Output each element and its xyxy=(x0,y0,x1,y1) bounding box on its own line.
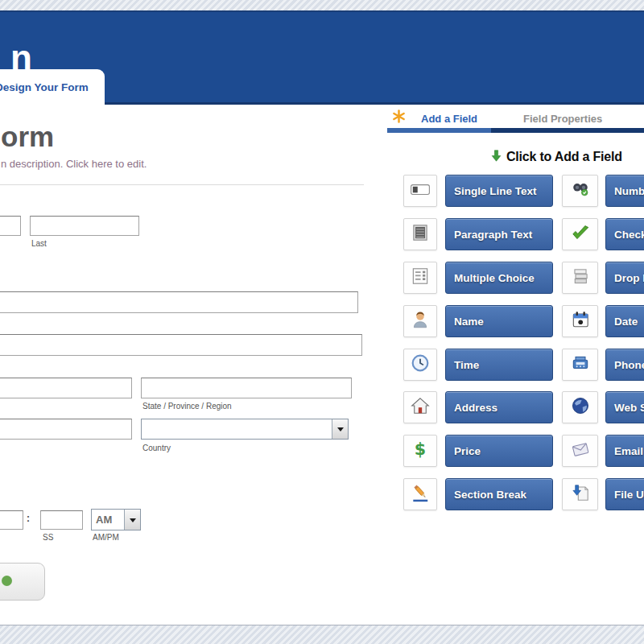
name-icon-box xyxy=(403,305,437,337)
add-field-button-file-upload[interactable]: File Upload xyxy=(605,478,644,510)
price-icon-box: $ xyxy=(403,435,437,467)
add-field-button-label: Web Site xyxy=(614,402,644,414)
address-icon xyxy=(410,395,431,419)
svg-text:$: $ xyxy=(415,440,426,459)
add-field-heading: Click to Add a Field xyxy=(506,150,622,164)
city-input[interactable] xyxy=(0,378,132,398)
phone-icon-box xyxy=(562,349,598,381)
add-field-button-drop-down[interactable]: Drop Down xyxy=(605,262,644,294)
form-divider xyxy=(0,184,364,185)
add-field-button-label: Price xyxy=(454,445,481,457)
time-colon: : xyxy=(27,513,30,524)
zip-input[interactable] xyxy=(0,419,132,440)
green-down-arrow-icon xyxy=(489,147,503,168)
add-field-button-label: Number xyxy=(614,185,644,197)
section-break-icon xyxy=(410,482,431,506)
number-icon xyxy=(570,179,591,203)
add-field-button-email[interactable]: Email xyxy=(605,435,644,467)
add-field-button-label: Drop Down xyxy=(614,272,644,284)
add-field-button-address[interactable]: Address xyxy=(445,391,553,423)
web-site-icon-box xyxy=(562,391,598,423)
section-break-icon-box xyxy=(403,478,437,510)
form-title[interactable]: orm xyxy=(1,121,54,153)
email-icon xyxy=(570,439,591,463)
add-field-button-paragraph-text[interactable]: Paragraph Text xyxy=(445,218,553,250)
single-line-text-icon-box xyxy=(403,175,437,207)
multiple-choice-icon-box xyxy=(403,262,437,294)
form-description-edit-link[interactable]: n description. Click here to edit. xyxy=(1,158,147,170)
last-name-input[interactable] xyxy=(30,216,139,236)
add-field-button-section-break[interactable]: Section Break xyxy=(445,478,553,510)
tab-design-your-form[interactable]: Design Your Form xyxy=(0,69,105,105)
add-field-button-time[interactable]: Time xyxy=(445,349,553,381)
phone-icon xyxy=(570,353,591,377)
minutes-input[interactable] xyxy=(0,510,23,530)
add-field-button-label: Date xyxy=(614,316,638,328)
add-field-button-label: Single Line Text xyxy=(454,185,537,197)
name-icon xyxy=(410,309,431,333)
time-icon-box xyxy=(403,349,437,381)
add-field-button-web-site[interactable]: Web Site xyxy=(605,391,644,423)
add-field-button-label: Paragraph Text xyxy=(454,229,532,241)
paragraph-text-icon xyxy=(410,222,431,246)
add-field-button-label: Name xyxy=(454,316,484,328)
panel-tab-field-properties[interactable]: Field Properties xyxy=(523,113,602,125)
time-icon xyxy=(410,353,431,377)
ampm-select-value: AM xyxy=(92,514,112,526)
address-line1-input[interactable] xyxy=(0,291,358,313)
chevron-down-icon[interactable] xyxy=(124,510,140,530)
file-upload-icon-box xyxy=(562,478,598,510)
asterisk-icon xyxy=(390,108,407,128)
add-field-button-label: File Upload xyxy=(614,489,644,501)
address-icon-box xyxy=(403,391,437,423)
add-field-button-label: Email xyxy=(614,445,643,457)
number-icon-box xyxy=(562,175,598,207)
multiple-choice-icon xyxy=(410,266,431,290)
top-stripe-band xyxy=(0,0,644,10)
add-field-button-label: Checkboxes xyxy=(614,229,644,241)
add-field-button-label: Phone xyxy=(614,359,644,371)
seconds-label: SS xyxy=(43,533,53,542)
add-field-button-label: Address xyxy=(454,402,497,414)
seconds-input[interactable] xyxy=(40,510,83,530)
drop-down-icon-box xyxy=(562,262,598,294)
file-upload-icon xyxy=(570,482,591,506)
add-field-button-label: Section Break xyxy=(454,489,526,501)
chevron-down-icon[interactable] xyxy=(332,419,348,439)
state-input[interactable] xyxy=(141,378,352,398)
email-icon-box xyxy=(562,435,598,467)
last-name-label: Last xyxy=(31,239,47,248)
first-name-input[interactable] xyxy=(0,216,21,236)
ampm-label: AM/PM xyxy=(93,533,119,542)
add-field-button-label: Time xyxy=(454,359,479,371)
active-tab-underline xyxy=(387,128,491,133)
date-icon xyxy=(570,309,591,333)
add-field-button-multiple-choice[interactable]: Multiple Choice xyxy=(445,262,553,294)
ampm-select[interactable]: AM xyxy=(91,509,141,530)
country-select[interactable] xyxy=(141,419,349,440)
tab-design-your-form-label: Design Your Form xyxy=(0,81,89,93)
state-label: State / Province / Region xyxy=(142,402,232,411)
add-field-button-number[interactable]: Number xyxy=(605,175,644,207)
panel-tab-add-a-field[interactable]: Add a Field xyxy=(421,113,477,125)
date-icon-box xyxy=(562,305,598,337)
add-field-button-label: Multiple Choice xyxy=(454,272,535,284)
add-field-button-checkboxes[interactable]: Checkboxes xyxy=(605,218,644,250)
checkboxes-icon xyxy=(570,222,591,246)
single-line-text-icon xyxy=(410,179,431,203)
save-icon xyxy=(2,576,12,586)
add-field-button-price[interactable]: Price xyxy=(445,435,553,467)
save-form-button[interactable] xyxy=(0,563,45,601)
add-field-button-name[interactable]: Name xyxy=(445,305,553,337)
address-line2-input[interactable] xyxy=(0,334,362,356)
tab-underline xyxy=(491,128,644,133)
country-label: Country xyxy=(142,444,171,452)
price-icon: $ xyxy=(410,439,431,463)
add-field-button-single-line-text[interactable]: Single Line Text xyxy=(445,175,553,207)
web-site-icon xyxy=(570,395,591,419)
checkboxes-icon-box xyxy=(562,218,598,250)
add-field-button-date[interactable]: Date xyxy=(605,305,644,337)
paragraph-text-icon-box xyxy=(403,218,437,250)
bottom-stripe-band xyxy=(0,625,644,644)
add-field-button-phone[interactable]: Phone xyxy=(605,349,644,381)
